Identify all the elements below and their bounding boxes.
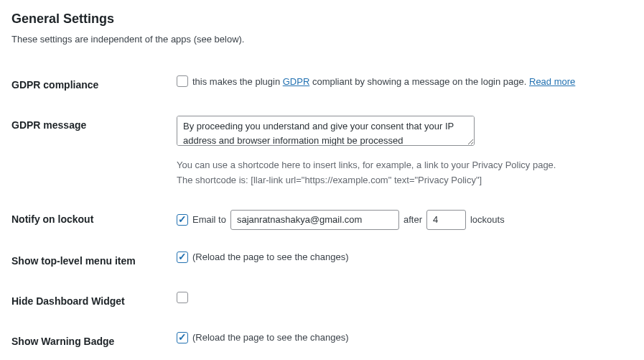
row-gdpr-message: GDPR message By proceeding you understan… [11, 105, 633, 199]
row-show-warning-badge: Show Warning Badge (Reload the page to s… [11, 321, 633, 360]
note-show-top-menu: (Reload the page to see the changes) [192, 251, 349, 262]
checkbox-notify-lockout[interactable] [177, 214, 188, 226]
checkbox-show-top-menu[interactable] [177, 251, 188, 263]
hint-gdpr-message: You can use a shortcode here to insert l… [177, 158, 625, 188]
hint-gdpr-line2: The shortcode is: [llar-link url="https:… [177, 173, 625, 188]
label-show-top-menu: Show top-level menu item [11, 241, 169, 281]
row-show-top-menu: Show top-level menu item (Reload the pag… [11, 241, 633, 281]
text-gdpr-compliance: this makes the plugin GDPR compliant by … [192, 76, 575, 87]
section-description: These settings are independent of the ap… [11, 34, 633, 45]
note-show-warning-badge: (Reload the page to see the changes) [192, 332, 349, 343]
text-email-to: Email to [192, 214, 226, 225]
gdpr-text-before: this makes the plugin [192, 76, 283, 87]
label-hide-dashboard: Hide Dashboard Widget [11, 281, 169, 321]
input-notify-count[interactable] [426, 210, 466, 230]
gdpr-text-middle: compliant by showing a message on the lo… [309, 76, 529, 87]
checkbox-gdpr-compliance[interactable] [177, 75, 188, 87]
label-gdpr-compliance: GDPR compliance [11, 65, 169, 105]
row-hide-dashboard: Hide Dashboard Widget [11, 281, 633, 321]
label-notify-lockout: Notify on lockout [11, 199, 169, 241]
checkbox-show-warning-badge[interactable] [177, 332, 188, 343]
textarea-gdpr-message[interactable]: By proceeding you understand and give yo… [177, 116, 475, 146]
label-gdpr-message: GDPR message [11, 105, 169, 199]
link-read-more[interactable]: Read more [529, 76, 575, 87]
link-gdpr[interactable]: GDPR [283, 76, 310, 87]
hint-gdpr-line1: You can use a shortcode here to insert l… [177, 158, 625, 173]
input-notify-email[interactable] [230, 210, 399, 230]
settings-table: GDPR compliance this makes the plugin GD… [11, 65, 633, 360]
row-notify-lockout: Notify on lockout Email to after lockout… [11, 199, 633, 241]
checkbox-hide-dashboard[interactable] [177, 292, 188, 303]
section-title: General Settings [11, 11, 633, 27]
row-gdpr-compliance: GDPR compliance this makes the plugin GD… [11, 65, 633, 105]
text-lockouts: lockouts [470, 214, 505, 225]
text-after: after [403, 214, 422, 225]
label-show-warning-badge: Show Warning Badge [11, 321, 169, 360]
